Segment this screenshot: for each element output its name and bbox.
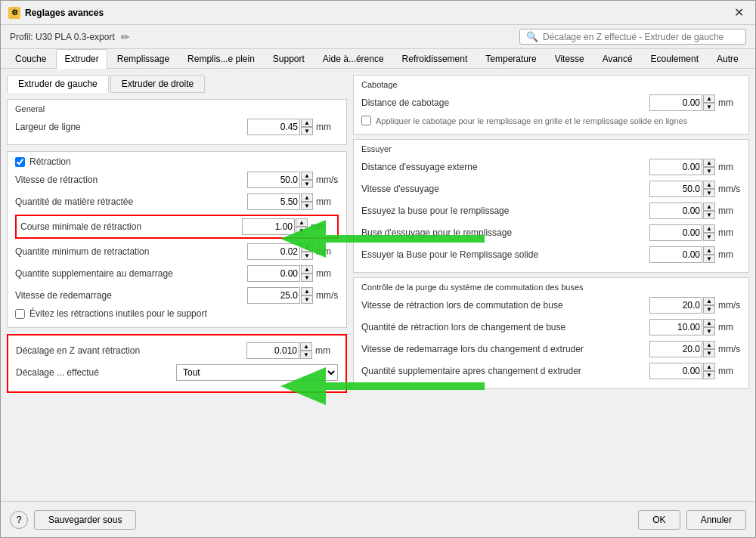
quantite-retract-down[interactable]: ▼: [703, 327, 715, 335]
buse-solide-down[interactable]: ▼: [703, 255, 715, 263]
buse-solide-row: Essuyer la Buse pour le Remplissage soli…: [361, 246, 741, 264]
tab-ecoulement[interactable]: Ecoulement: [643, 49, 707, 68]
quantite-sup2-input[interactable]: [649, 363, 702, 379]
tab-remplis-plein[interactable]: Remplis...e plein: [179, 49, 263, 68]
tab-refroidissement[interactable]: Refroidissement: [394, 49, 476, 68]
largeur-ligne-input[interactable]: [247, 119, 300, 135]
decalage-effectue-select[interactable]: Tout Rétraction uniquement Avant et aprè…: [176, 364, 338, 381]
buse-remplissage-input[interactable]: [649, 224, 702, 241]
distance-cabotage-down[interactable]: ▼: [703, 103, 715, 111]
tab-extruder[interactable]: Extruder: [56, 49, 107, 69]
tab-avance[interactable]: Avancé: [594, 49, 641, 68]
vitesse-red2-input[interactable]: [649, 341, 702, 357]
close-button[interactable]: ✕: [730, 4, 748, 22]
buse-remplissage-up[interactable]: ▲: [703, 224, 715, 233]
largeur-ligne-up[interactable]: ▲: [301, 119, 313, 127]
quantite-min-label: Quantite minimum de retractation: [15, 246, 247, 257]
vitesse-retract-input[interactable]: [649, 297, 702, 314]
quantite-min-input[interactable]: [247, 243, 300, 260]
distance-essuyage-spinner: ▲ ▼: [703, 159, 715, 175]
quantite-retract-up[interactable]: ▲: [703, 319, 715, 327]
quantite-sup-input[interactable]: [247, 265, 300, 282]
appliquer-label: Appliquer le cabotage pour le remplissag…: [376, 116, 687, 125]
vitesse-retraction-up[interactable]: ▲: [301, 172, 313, 180]
ok-button[interactable]: OK: [638, 510, 680, 530]
buse-p-label: Essuyez la buse pour le remplissage: [361, 206, 649, 216]
buse-remplissage-down[interactable]: ▼: [703, 233, 715, 241]
quantite-up[interactable]: ▲: [301, 193, 313, 202]
quantite-sup2-up[interactable]: ▲: [703, 363, 715, 371]
tab-autre[interactable]: Autre: [708, 49, 747, 68]
decalage-effectue-label: Décalage ... effectué: [16, 367, 176, 378]
buse-p-up[interactable]: ▲: [703, 203, 715, 211]
tab-special[interactable]: Special: [748, 49, 756, 68]
bottom-right: OK Annuler: [638, 510, 746, 530]
vitesse-red2-unit: mm/s: [718, 344, 741, 354]
course-up[interactable]: ▲: [296, 218, 308, 227]
vitesse-essuyage-up[interactable]: ▲: [703, 181, 715, 189]
course-label: Course minimale de rétraction: [20, 221, 242, 232]
vitesse-essuyage-input[interactable]: [649, 181, 702, 197]
sub-tab-gauche[interactable]: Extruder de gauche: [7, 75, 109, 93]
tab-aide[interactable]: Aide à...érence: [314, 49, 392, 68]
cancel-button[interactable]: Annuler: [686, 510, 746, 530]
quantite-sup2-down[interactable]: ▼: [703, 371, 715, 379]
bottom-left: ? Sauvegarder sous: [10, 510, 136, 530]
vitesse-red-down[interactable]: ▼: [301, 295, 313, 304]
sub-tab-droite[interactable]: Extruder de droite: [110, 75, 205, 93]
save-button[interactable]: Sauvegarder sous: [34, 510, 136, 530]
appliquer-checkbox[interactable]: [361, 116, 371, 125]
vitesse-red2-down[interactable]: ▼: [703, 349, 715, 357]
buse-solide-up[interactable]: ▲: [703, 246, 715, 255]
quantite-retract-input[interactable]: [649, 319, 702, 335]
distance-essuyage-up[interactable]: ▲: [703, 159, 715, 167]
vitesse-retraction-input[interactable]: [247, 172, 300, 188]
course-spinner: ▲ ▼: [296, 218, 308, 235]
distance-essuyage-input[interactable]: [649, 159, 702, 175]
decalage-z-spinner: ▲ ▼: [300, 342, 312, 359]
help-button[interactable]: ?: [10, 511, 28, 529]
quantite-sup2-row: Quantité supplementaire apres changement…: [361, 362, 741, 380]
vitesse-retraction-unit: mm/s: [316, 175, 339, 185]
distance-essuyage-down[interactable]: ▼: [703, 167, 715, 175]
decalage-z-down[interactable]: ▼: [300, 351, 312, 359]
eviter-checkbox[interactable]: [15, 309, 25, 319]
tab-temperature[interactable]: Temperature: [477, 49, 544, 68]
vitesse-red-up[interactable]: ▲: [301, 287, 313, 295]
tab-remplissage[interactable]: Remplissage: [109, 49, 178, 68]
profile-bar: Profil: U30 PLA 0.3-export ✏ 🔍: [1, 25, 755, 49]
vitesse-retract-down[interactable]: ▼: [703, 305, 715, 314]
buse-p-input[interactable]: [649, 203, 702, 219]
vitesse-red2-up[interactable]: ▲: [703, 341, 715, 349]
quantite-min-down[interactable]: ▼: [301, 252, 313, 260]
vitesse-red-label: Vitesse de redemarrage: [15, 290, 247, 301]
distance-cabotage-input[interactable]: [649, 94, 702, 111]
vitesse-red2-label: Vitesse de redemarrage lors du changemen…: [361, 344, 649, 354]
decalage-z-input[interactable]: [246, 342, 299, 359]
largeur-ligne-down[interactable]: ▼: [301, 127, 313, 135]
edit-icon[interactable]: ✏: [121, 31, 130, 43]
vitesse-retract-unit: mm/s: [718, 300, 741, 311]
tab-vitesse[interactable]: Vitesse: [547, 49, 593, 68]
buse-p-down[interactable]: ▼: [703, 211, 715, 219]
tab-support[interactable]: Support: [265, 49, 313, 68]
quantite-sup-down[interactable]: ▼: [301, 274, 313, 282]
tab-couche[interactable]: Couche: [7, 49, 54, 68]
buse-solide-input[interactable]: [649, 246, 702, 263]
quantite-label: Quantité de matière rétractée: [15, 196, 247, 207]
course-down[interactable]: ▼: [296, 227, 308, 235]
retraction-checkbox[interactable]: [15, 157, 25, 167]
vitesse-red-input[interactable]: [247, 287, 300, 304]
vitesse-retraction-down[interactable]: ▼: [301, 180, 313, 188]
vitesse-retract-up[interactable]: ▲: [703, 297, 715, 305]
quantite-sup-up[interactable]: ▲: [301, 265, 313, 274]
vitesse-essuyage-down[interactable]: ▼: [703, 189, 715, 197]
buse-p-spinner: ▲ ▼: [703, 203, 715, 219]
quantite-input[interactable]: [247, 193, 300, 210]
course-input[interactable]: [242, 218, 295, 235]
quantite-down[interactable]: ▼: [301, 202, 313, 210]
quantite-min-up[interactable]: ▲: [301, 243, 313, 252]
search-input[interactable]: [543, 32, 739, 42]
decalage-z-up[interactable]: ▲: [300, 342, 312, 351]
distance-cabotage-up[interactable]: ▲: [703, 94, 715, 103]
